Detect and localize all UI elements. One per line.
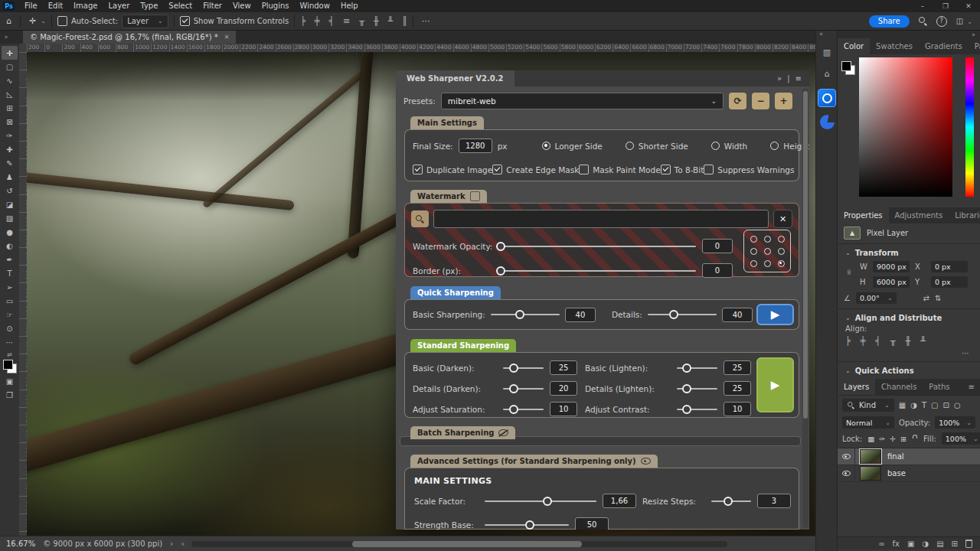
dodge-tool[interactable]: ◐ (2, 239, 18, 253)
color-swatches[interactable] (841, 60, 856, 76)
menu-item[interactable]: Help (335, 0, 364, 12)
menu-item[interactable]: View (227, 0, 256, 12)
delete-layer-icon[interactable] (965, 540, 972, 548)
slider-knob[interactable] (509, 384, 518, 393)
filter-type-icon[interactable]: T (922, 401, 926, 409)
parameter-slider[interactable] (503, 388, 544, 390)
layer-thumbnail[interactable] (860, 466, 881, 481)
adjustment-layer-icon[interactable]: ◑ (922, 540, 929, 548)
layer-effects-icon[interactable]: fx (893, 540, 900, 548)
more-align-options-icon[interactable]: ⋯ (838, 349, 980, 359)
align-left-icon[interactable]: ╞ (845, 336, 851, 346)
watermark-position-radio[interactable] (750, 260, 757, 267)
healing-brush-tool[interactable]: ✚ (2, 142, 18, 156)
align-bottom-icon[interactable]: ╨ (920, 336, 926, 346)
resize-steps-slider[interactable] (711, 500, 751, 502)
lasso-tool[interactable]: ∿ (2, 73, 18, 87)
option-checkbox[interactable]: Suppress Warnings (704, 165, 794, 174)
border-slider[interactable] (497, 270, 696, 272)
layer-visibility-toggle[interactable] (838, 448, 855, 465)
share-button[interactable]: Share (869, 15, 910, 28)
status-prev-icon[interactable]: ‹ (181, 539, 185, 549)
quick-sharpening-tab[interactable]: Quick Sharpening (410, 286, 501, 299)
menu-item[interactable]: File (19, 0, 43, 12)
watermark-position-radio[interactable] (750, 248, 757, 255)
parameter-value[interactable]: 25 (724, 360, 751, 375)
panel-tab[interactable]: Libraries (949, 207, 980, 223)
rectangle-tool[interactable]: ▭ (2, 294, 18, 308)
batch-sharpening-tab[interactable]: Batch Sharpening (410, 426, 515, 439)
watermark-position-radio[interactable] (750, 236, 757, 243)
advanced-settings-tab[interactable]: Advanced Settings (for Standard Sharpeni… (410, 455, 658, 468)
panel-tab[interactable]: Channels (875, 379, 923, 395)
add-preset-button[interactable]: + (775, 93, 792, 109)
y-field[interactable]: 0 px (931, 276, 968, 288)
option-checkbox[interactable]: Create Edge Mask (492, 165, 579, 174)
basic-sharpening-slider[interactable] (491, 314, 560, 315)
option-checkbox[interactable]: Mask Paint Mode (579, 165, 660, 174)
parameter-value[interactable]: 25 (550, 360, 577, 375)
link-layers-icon[interactable]: ∞ (878, 540, 884, 548)
border-value[interactable]: 0 (702, 263, 733, 278)
run-quick-sharpening-button[interactable]: ▶ (756, 304, 794, 325)
watermark-position-radio[interactable] (778, 248, 785, 255)
dialog-scrollbar[interactable] (802, 88, 808, 528)
panel-tab[interactable]: Color (838, 38, 870, 54)
parameter-value[interactable]: 10 (724, 402, 751, 416)
align-top-icon[interactable]: ╥ (890, 336, 896, 346)
base[interactable]: base (838, 465, 980, 482)
quick-actions-section-header[interactable]: ⌄ Quick Actions (838, 365, 980, 377)
scale-factor-value[interactable]: 1,66 (603, 494, 636, 508)
watermark-enable-checkbox[interactable] (470, 191, 480, 201)
layer-thumbnail[interactable] (860, 449, 881, 464)
flip-vertical-icon[interactable]: ⇅ (935, 294, 941, 302)
restore-button[interactable]: ❐ (934, 0, 957, 12)
menu-item[interactable]: Layer (103, 0, 135, 12)
standard-sharpening-tab[interactable]: Standard Sharpening (410, 339, 516, 352)
lock-position-icon[interactable]: ✛ (890, 435, 896, 443)
parameter-slider[interactable] (677, 388, 717, 390)
document-tab[interactable]: © Magic-Forest-2.psd @ 16,7% (final, RGB… (23, 31, 236, 44)
new-layer-icon[interactable]: ⊞ (952, 540, 958, 548)
distribute-v-icon[interactable]: ║ (402, 16, 407, 26)
scrollbar-thumb[interactable] (352, 541, 582, 547)
workspace-switcher-icon[interactable]: ◫ ⌄ (956, 17, 972, 25)
align-right-icon[interactable]: ╡ (328, 16, 334, 26)
object-selection-tool[interactable]: ◺ (2, 87, 18, 101)
align-right-icon[interactable]: ╡ (875, 336, 880, 346)
slider-knob[interactable] (525, 520, 534, 530)
watermark-opacity-slider[interactable] (497, 246, 696, 247)
panel-tab[interactable]: Adjustments (889, 207, 949, 223)
transform-section-header[interactable]: ⌄ Transform (838, 247, 980, 259)
slider-knob[interactable] (515, 310, 524, 319)
menu-item[interactable]: Type (135, 0, 163, 12)
basic-sharpening-value[interactable]: 40 (565, 308, 596, 322)
filter-toggle-icon[interactable]: ○ (954, 401, 961, 409)
slider-knob[interactable] (669, 310, 678, 319)
eyedropper-tool[interactable]: ✑ (2, 129, 18, 142)
watermark-tab[interactable]: Watermark (410, 190, 487, 203)
layer-visibility-toggle[interactable] (838, 465, 855, 481)
chevron-down-icon[interactable]: ⌄ (41, 18, 46, 24)
lock-paint-icon[interactable]: ✑ (879, 435, 885, 443)
panel-tab[interactable]: Properties (838, 207, 889, 223)
panel-tab[interactable]: Swatches (870, 38, 919, 54)
parameter-slider[interactable] (503, 367, 544, 369)
browse-watermark-button[interactable] (411, 210, 429, 227)
x-field[interactable]: 0 px (931, 261, 968, 272)
align-center-v-icon[interactable]: ╫ (374, 16, 379, 26)
parameter-value[interactable]: 20 (550, 381, 577, 396)
quick-mask-tool[interactable]: ▣ (2, 374, 18, 388)
path-selection-tool[interactable]: ➢ (2, 280, 18, 294)
filter-shape-icon[interactable]: ▢ (931, 401, 938, 409)
remove-preset-button[interactable]: − (752, 93, 769, 109)
pen-tool[interactable]: ✒ (2, 253, 18, 266)
crop-tool[interactable]: ⊞ (2, 101, 18, 115)
watermark-position-radio[interactable] (764, 248, 771, 255)
zoom-tool[interactable]: ⊙ (2, 321, 18, 335)
fill-dropdown[interactable]: 100% ⌄ (942, 432, 980, 445)
align-center-h-icon[interactable]: ╪ (861, 336, 866, 346)
final[interactable]: final (838, 448, 980, 465)
main-settings-tab[interactable]: Main Settings (410, 116, 484, 129)
status-next-icon[interactable]: › (170, 539, 173, 549)
